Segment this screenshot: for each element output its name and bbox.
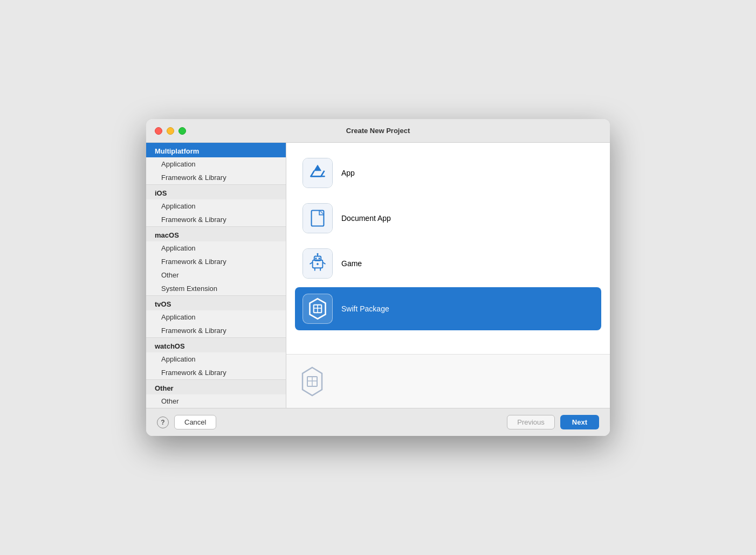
svg-point-8 xyxy=(317,253,318,255)
sidebar-item-watchos-framework[interactable]: Framework & Library xyxy=(146,366,286,379)
footer-left: ? Cancel xyxy=(157,415,216,429)
close-button[interactable] xyxy=(155,127,162,135)
preview-panel xyxy=(286,354,610,408)
swift-package-label: Swift Package xyxy=(341,304,389,313)
sidebar-section-macos[interactable]: macOS xyxy=(146,226,286,241)
template-item-document-app[interactable]: Document App xyxy=(295,197,601,240)
sidebar-item-ios-framework[interactable]: Framework & Library xyxy=(146,213,286,226)
sidebar-item-multi-application[interactable]: Application xyxy=(146,157,286,171)
next-button[interactable]: Next xyxy=(560,415,599,429)
sidebar-item-macos-sysext[interactable]: System Extension xyxy=(146,282,286,295)
game-icon-wrapper xyxy=(303,248,333,279)
swift-package-icon-wrapper xyxy=(303,294,333,324)
template-grid: App Document App xyxy=(286,143,610,354)
svg-rect-2 xyxy=(303,204,332,233)
sidebar-item-macos-framework[interactable]: Framework & Library xyxy=(146,255,286,268)
sidebar-section-other[interactable]: Other xyxy=(146,379,286,394)
titlebar: Create New Project xyxy=(146,119,610,143)
document-app-label: Document App xyxy=(341,214,391,223)
sidebar-item-multi-framework[interactable]: Framework & Library xyxy=(146,171,286,184)
template-item-app[interactable]: App xyxy=(295,151,601,195)
cancel-button[interactable]: Cancel xyxy=(174,415,216,429)
sidebar-item-tvos-framework[interactable]: Framework & Library xyxy=(146,324,286,337)
traffic-lights xyxy=(155,127,186,135)
create-project-window: Create New Project Multiplatform Applica… xyxy=(146,119,610,436)
sidebar-section-ios[interactable]: iOS xyxy=(146,184,286,199)
sidebar-item-macos-other[interactable]: Other xyxy=(146,268,286,282)
footer-right: Previous Next xyxy=(507,415,599,429)
preview-swift-package-icon xyxy=(295,364,329,399)
sidebar-item-other-other[interactable]: Other xyxy=(146,394,286,408)
footer: ? Cancel Previous Next xyxy=(146,408,610,436)
document-icon xyxy=(303,204,332,233)
sidebar-section-tvos[interactable]: tvOS xyxy=(146,295,286,310)
app-icon-wrapper xyxy=(303,158,333,188)
app-store-icon xyxy=(303,158,332,188)
game-icon xyxy=(303,249,332,278)
help-button[interactable]: ? xyxy=(157,417,169,428)
sidebar-section-multiplatform[interactable]: Multiplatform xyxy=(146,143,286,157)
template-item-swift-package[interactable]: Swift Package xyxy=(295,287,601,330)
sidebar: Multiplatform Application Framework & Li… xyxy=(146,143,286,408)
main-content: Multiplatform Application Framework & Li… xyxy=(146,143,610,408)
minimize-button[interactable] xyxy=(167,127,174,135)
svg-point-9 xyxy=(315,258,317,259)
document-icon-wrapper xyxy=(303,203,333,233)
previous-button[interactable]: Previous xyxy=(507,415,555,429)
preview-icon xyxy=(295,364,329,399)
svg-point-10 xyxy=(319,258,320,259)
game-label: Game xyxy=(341,259,362,268)
sidebar-item-tvos-application[interactable]: Application xyxy=(146,310,286,324)
window-title: Create New Project xyxy=(346,127,410,135)
template-item-game[interactable]: Game xyxy=(295,242,601,285)
svg-rect-0 xyxy=(303,158,332,188)
sidebar-item-watchos-application[interactable]: Application xyxy=(146,352,286,366)
swift-package-selected-icon xyxy=(303,294,332,323)
sidebar-item-ios-application[interactable]: Application xyxy=(146,199,286,213)
app-label: App xyxy=(341,169,355,177)
main-panel: App Document App xyxy=(286,143,610,408)
maximize-button[interactable] xyxy=(178,127,186,135)
sidebar-item-macos-application[interactable]: Application xyxy=(146,241,286,255)
sidebar-section-watchos[interactable]: watchOS xyxy=(146,337,286,352)
